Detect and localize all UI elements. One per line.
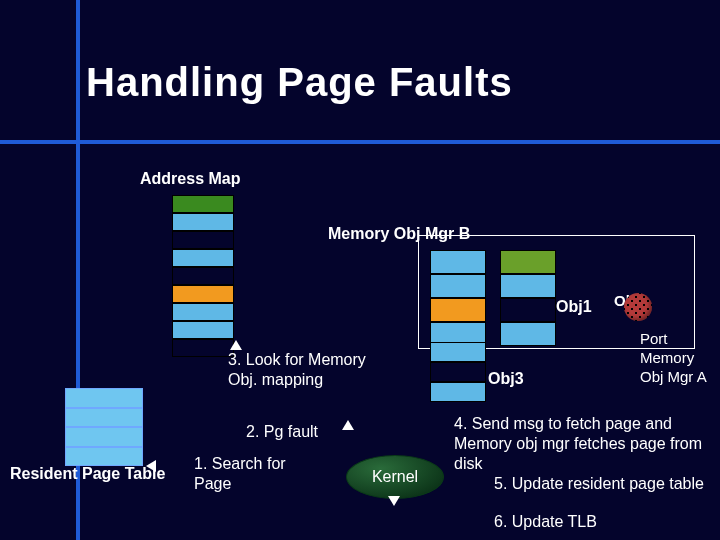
kernel-node: Kernel <box>346 455 444 499</box>
label-port: Port <box>640 330 707 349</box>
resident-page-table <box>65 388 143 466</box>
label-mem-mgr-a-1: Memory <box>640 349 707 368</box>
obj1-stack <box>430 250 486 346</box>
rpt-row <box>65 447 143 467</box>
arrow-icon <box>388 496 400 506</box>
page-title: Handling Page Faults <box>86 60 513 105</box>
label-obj1: Obj1 <box>556 298 592 316</box>
rpt-row <box>65 388 143 408</box>
cell <box>430 362 486 382</box>
step-2: 2. Pg fault <box>246 422 318 442</box>
cell <box>430 274 486 298</box>
step-1: 1. Search for Page <box>194 454 304 494</box>
arrow-icon <box>342 420 354 430</box>
address-map-stack <box>172 195 234 357</box>
cell <box>172 249 234 267</box>
rpt-row <box>65 427 143 447</box>
cell <box>430 250 486 274</box>
cell <box>172 285 234 303</box>
arrow-icon <box>146 460 156 472</box>
cell <box>172 195 234 213</box>
cell <box>172 321 234 339</box>
cell <box>430 382 486 402</box>
cell <box>172 231 234 249</box>
cell <box>430 342 486 362</box>
label-mem-mgr-a-2: Obj Mgr A <box>640 368 707 387</box>
obj3-stack <box>430 342 486 402</box>
port-icon <box>624 293 652 321</box>
step-5: 5. Update resident page table <box>494 474 714 494</box>
cell <box>172 339 234 357</box>
slide: Handling Page Faults Address Map Memory … <box>0 0 720 540</box>
arrow-icon <box>230 340 242 350</box>
obj2-stack <box>500 250 556 346</box>
step-4: 4. Send msg to fetch page and Memory obj… <box>454 414 714 474</box>
cell <box>172 267 234 285</box>
cell <box>500 298 556 322</box>
step-3: 3. Look for Memory Obj. mapping <box>228 350 398 390</box>
cell <box>500 274 556 298</box>
decor-hline <box>0 140 720 144</box>
label-obj3: Obj3 <box>488 370 524 388</box>
cell <box>172 303 234 321</box>
cell <box>500 250 556 274</box>
label-address-map: Address Map <box>140 170 240 188</box>
cell <box>430 298 486 322</box>
label-kernel: Kernel <box>372 468 418 486</box>
cell <box>500 322 556 346</box>
step-6: 6. Update TLB <box>494 512 714 532</box>
rpt-row <box>65 408 143 428</box>
cell <box>172 213 234 231</box>
label-rpt: Resident Page Table <box>10 465 165 483</box>
